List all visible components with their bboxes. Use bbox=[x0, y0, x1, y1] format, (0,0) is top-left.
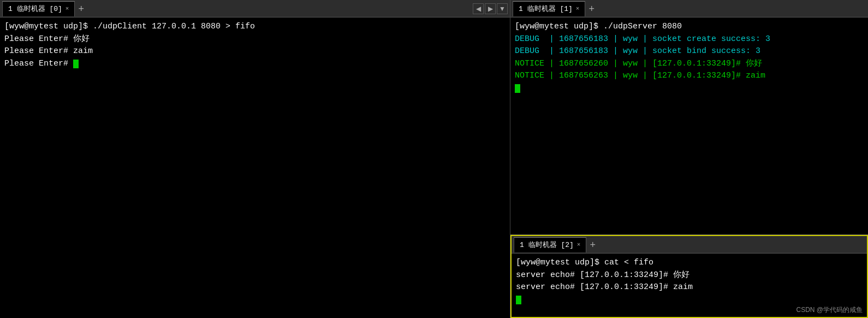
right-bottom-tab-new[interactable]: + bbox=[586, 240, 599, 250]
right-bottom-tab-bar: 1 临时机器 [2] × + bbox=[512, 236, 867, 254]
right-top-panel: 1 临时机器 [1] × + [wyw@mytest udp]$ ./udpSe… bbox=[510, 0, 868, 235]
rt-line-4: NOTICE | 1687656263 | wyw | [127.0.0.1:3… bbox=[515, 70, 864, 83]
left-tab-0-label: 1 临时机器 [0] bbox=[8, 4, 62, 14]
left-tab-0[interactable]: 1 临时机器 [0] × bbox=[2, 1, 75, 16]
rt-line-2: DEBUG | 1687656183 | wyw | socket bind s… bbox=[515, 45, 864, 58]
left-terminal[interactable]: [wyw@mytest udp]$ ./udpClient 127.0.0.1 … bbox=[0, 17, 510, 318]
rb-line-3 bbox=[516, 294, 863, 307]
left-tab-nav: ◀ ▶ ▼ bbox=[473, 3, 508, 14]
left-line-2: Please Enter# zaim bbox=[4, 45, 506, 58]
right-top-tab-bar: 1 临时机器 [1] × + bbox=[510, 0, 868, 17]
left-cursor bbox=[73, 60, 79, 68]
rt-line-3: NOTICE | 1687656260 | wyw | [127.0.0.1:3… bbox=[515, 58, 864, 70]
left-line-0: [wyw@mytest udp]$ ./udpClient 127.0.0.1 … bbox=[4, 21, 506, 33]
right-top-tab-new[interactable]: + bbox=[585, 4, 598, 14]
right-top-tab-label: 1 临时机器 [1] bbox=[519, 4, 573, 14]
left-tab-0-close[interactable]: × bbox=[66, 5, 69, 12]
rt-line-1: DEBUG | 1687656183 | wyw | socket create… bbox=[515, 33, 864, 46]
rb-line-0: [wyw@mytest udp]$ cat < fifo bbox=[516, 257, 863, 269]
left-panel: 1 临时机器 [0] × + ◀ ▶ ▼ [wyw@mytest udp]$ .… bbox=[0, 0, 510, 318]
left-tab-new[interactable]: + bbox=[75, 4, 87, 14]
left-tab-nav-menu[interactable]: ▼ bbox=[497, 3, 508, 14]
right-bottom-tab-label: 1 临时机器 [2] bbox=[520, 240, 574, 250]
rb-line-2: server echo# [127.0.0.1:33249]# zaim bbox=[516, 281, 863, 294]
right-top-cursor bbox=[515, 84, 520, 93]
left-tab-bar: 1 临时机器 [0] × + ◀ ▶ ▼ bbox=[0, 0, 510, 17]
right-panel: 1 临时机器 [1] × + [wyw@mytest udp]$ ./udpSe… bbox=[510, 0, 868, 318]
rb-line-1: server echo# [127.0.0.1:33249]# 你好 bbox=[516, 269, 863, 282]
right-top-tab-1[interactable]: 1 临时机器 [1] × bbox=[513, 1, 585, 16]
right-top-terminal[interactable]: [wyw@mytest udp]$ ./udpServer 8080 DEBUG… bbox=[510, 17, 868, 234]
right-bottom-tab-close[interactable]: × bbox=[577, 242, 581, 248]
left-line-3: Please Enter# bbox=[4, 58, 506, 70]
rt-line-0: [wyw@mytest udp]$ ./udpServer 8080 bbox=[515, 21, 864, 33]
right-bottom-panel: 1 临时机器 [2] × + [wyw@mytest udp]$ cat < f… bbox=[510, 235, 868, 318]
right-bottom-tab-2[interactable]: 1 临时机器 [2] × bbox=[514, 237, 586, 252]
rt-line-5 bbox=[515, 83, 864, 95]
right-bottom-cursor bbox=[516, 296, 521, 304]
left-tab-nav-next[interactable]: ▶ bbox=[485, 3, 496, 14]
left-tab-nav-prev[interactable]: ◀ bbox=[473, 3, 484, 14]
right-top-tab-close[interactable]: × bbox=[576, 5, 580, 12]
watermark: CSDN @学代码的咸鱼 bbox=[796, 305, 863, 315]
left-line-1: Please Enter# 你好 bbox=[4, 33, 506, 46]
main-layout: 1 临时机器 [0] × + ◀ ▶ ▼ [wyw@mytest udp]$ .… bbox=[0, 0, 868, 318]
